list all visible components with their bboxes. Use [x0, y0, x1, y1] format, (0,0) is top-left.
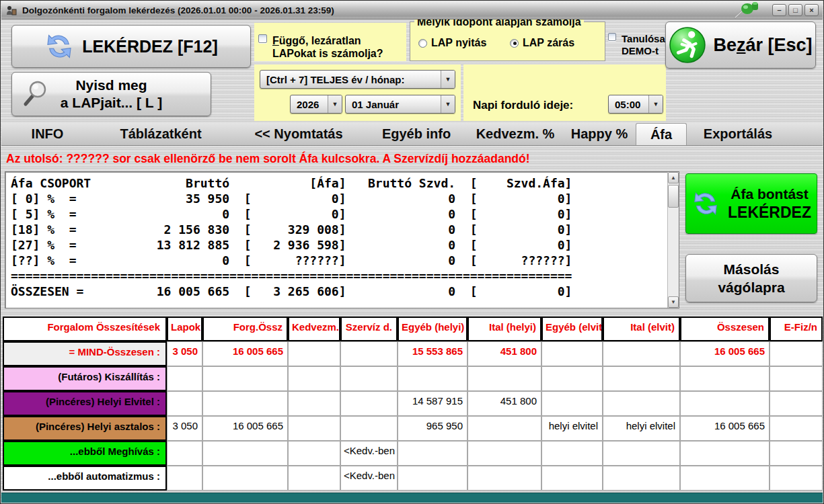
bottom-bar: [1, 493, 823, 503]
summary-value-cell: [340, 341, 398, 366]
scrollbar-thumb[interactable]: [668, 185, 679, 208]
summary-value-cell: helyi elvitel: [603, 416, 680, 441]
summary-value-cell: 965 950: [398, 416, 467, 441]
report-scrollbar[interactable]: ▲ ▼: [667, 172, 679, 308]
summary-col-header-osszesen: Összesen: [680, 317, 770, 341]
demo-checkbox-label: Tanulósa DEMO-t: [622, 33, 665, 57]
summary-value-cell: [467, 441, 541, 466]
chevron-down-icon[interactable]: ▼: [441, 71, 455, 88]
afa-report-textarea[interactable]: Áfa CSOPORT Bruttó [Áfa] Bruttó Szvd. [ …: [5, 171, 679, 308]
summary-value-cell: [603, 366, 680, 391]
maximize-button[interactable]: □: [788, 4, 802, 16]
summary-value-cell: 3 050: [167, 341, 202, 366]
summary-value-cell: [603, 391, 680, 416]
radio-circle-zaras[interactable]: [510, 39, 519, 48]
period-panel: [Ctrl + 7] TELJES év / hónap: ▼ 2026 ▼ 0…: [254, 65, 461, 121]
summary-value-cell: [770, 391, 823, 416]
summary-value-cell: [467, 366, 541, 391]
demo-checkbox[interactable]: [608, 33, 616, 41]
warning-text: Az utolsó: ?????? sor csak ellenörző be …: [6, 149, 530, 169]
summary-value-cell: [541, 366, 603, 391]
summary-value-cell: 451 800: [467, 341, 541, 366]
summary-value-cell: 3 050: [167, 416, 202, 441]
summary-value-cell: [288, 366, 340, 391]
copy-to-clipboard-button[interactable]: Másolás vágólapra: [685, 254, 817, 302]
period-select[interactable]: [Ctrl + 7] TELJES év / hónap: ▼: [260, 70, 455, 89]
year-select[interactable]: 2026 ▼: [290, 95, 342, 114]
chevron-down-icon[interactable]: ▼: [648, 95, 663, 113]
summary-row-label: (Pincéres) Helyi Elvitel :: [3, 391, 167, 416]
summary-table: Forgalom ÖsszesítésekLapokForg.ÖsszKedve…: [3, 317, 823, 491]
summary-value-cell: 451 800: [467, 391, 541, 416]
summary-value-cell: [202, 441, 288, 466]
summary-value-cell: [770, 466, 823, 491]
radio-lap-nyitas[interactable]: LAP nyitás: [418, 37, 486, 49]
summary-value-cell: [167, 366, 202, 391]
tab-info[interactable]: INFO: [5, 123, 89, 145]
close-button[interactable]: Bezár [Esc]: [665, 22, 816, 69]
summary-value-cell: [603, 441, 680, 466]
turnover-time-select[interactable]: 05:00 ▼: [608, 95, 663, 114]
tab-tablazatkent[interactable]: Táblázatként: [89, 123, 232, 145]
summary-value-cell: 16 005 665: [680, 416, 770, 441]
summary-value-cell: [680, 391, 770, 416]
radio-lap-zaras[interactable]: LAP zárás: [510, 37, 574, 49]
tab-bar: INFOTáblázatként<< NyomtatásEgyéb infoKe…: [1, 124, 823, 146]
summary-value-cell: [398, 466, 467, 491]
summary-value-cell: [288, 416, 340, 441]
tab-exportalas[interactable]: Exportálás: [687, 123, 789, 145]
summary-value-cell: [680, 466, 770, 491]
open-pages-button[interactable]: Nyisd meg a LAPjait... [ L ]: [11, 72, 211, 116]
tab-egyeb-info[interactable]: Egyéb info: [365, 123, 467, 145]
summary-value-cell: [167, 466, 202, 491]
summary-value-cell: [288, 391, 340, 416]
summary-col-header-ital-helyi: Ital (helyi): [467, 317, 541, 341]
scroll-up-button[interactable]: ▲: [668, 172, 679, 183]
timepoint-groupbox: Melyik időpont alapján számolja LAP nyit…: [410, 22, 605, 61]
afa-query-button[interactable]: Áfa bontást LEKÉRDEZ: [685, 173, 817, 234]
pending-checkbox[interactable]: [258, 34, 267, 43]
summary-value-cell: 15 553 865: [398, 341, 467, 366]
afa-report-text: Áfa CSOPORT Bruttó [Áfa] Bruttó Szvd. [ …: [5, 172, 679, 299]
summary-value-cell: 16 005 665: [202, 416, 288, 441]
summary-value-cell: 16 005 665: [680, 341, 770, 366]
summary-row-label: (Futáros) Kiszállítás :: [3, 366, 167, 391]
app-icon: [5, 5, 17, 16]
app-window: Dolgozónkénti forgalom lekérdezés (2026.…: [0, 0, 824, 504]
summary-value-cell: [541, 466, 603, 491]
tab-kedvezm[interactable]: Kedvezm. %: [467, 123, 563, 145]
refresh-icon: [44, 32, 74, 61]
summary-value-cell: [603, 466, 680, 491]
pending-panel: Függő, lezáratlan LAPokat is számolja?: [254, 23, 406, 61]
pending-checkbox-label: Függő, lezáratlan LAPokat is számolja?: [272, 34, 383, 60]
summary-title-cell: Forgalom Összesítések: [3, 317, 167, 341]
scrollbar-track[interactable]: [668, 183, 679, 296]
month-select[interactable]: 01 Január ▼: [345, 95, 455, 114]
chevron-down-icon[interactable]: ▼: [441, 95, 455, 113]
scroll-down-button[interactable]: ▼: [668, 296, 679, 308]
summary-value-cell: [398, 366, 467, 391]
minimize-button[interactable]: –: [772, 4, 786, 16]
summary-value-cell: [288, 466, 340, 491]
summary-value-cell: [770, 441, 823, 466]
radio-circle-nyitas[interactable]: [418, 39, 427, 48]
running-man-icon: [669, 26, 706, 64]
summary-col-header-egyeb-elvit: Egyéb (elvit): [541, 317, 603, 341]
summary-col-header-e-fiz-n: E-Fiz/n: [770, 317, 823, 341]
summary-col-header-egyeb-helyi: Egyéb (helyi): [398, 317, 467, 341]
window-title: Dolgozónkénti forgalom lekérdezés (2026.…: [22, 5, 334, 15]
tab-happy[interactable]: Happy %: [563, 123, 636, 145]
summary-value-cell: [770, 416, 823, 441]
afa-query-label: Áfa bontást LEKÉRDEZ: [725, 185, 814, 222]
query-button[interactable]: LEKÉRDEZ [F12]: [11, 25, 251, 68]
open-pages-label: Nyisd meg a LAPjait... [ L ]: [61, 77, 162, 112]
summary-value-cell: [288, 441, 340, 466]
summary-value-cell: <Kedv.-ben: [340, 466, 398, 491]
tab-afa[interactable]: Áfa: [636, 123, 687, 145]
tab-nyomtatas[interactable]: << Nyomtatás: [232, 123, 365, 145]
summary-value-cell: [541, 441, 603, 466]
summary-value-cell: [202, 366, 288, 391]
pin-icon[interactable]: [730, 1, 761, 19]
close-window-button[interactable]: ×: [804, 4, 819, 16]
chevron-down-icon[interactable]: ▼: [328, 95, 342, 113]
